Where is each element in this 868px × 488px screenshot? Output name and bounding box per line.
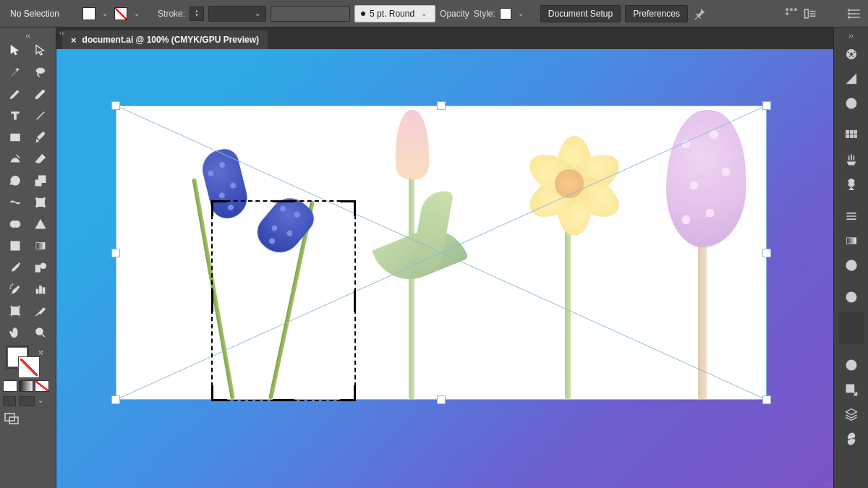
change-screen-mode-icon[interactable]: [3, 412, 20, 425]
fill-swatch[interactable]: [82, 7, 95, 20]
pen-tool[interactable]: [3, 84, 27, 104]
svg-rect-48: [850, 134, 853, 137]
eraser-tool[interactable]: [29, 149, 54, 169]
brush-definition-select[interactable]: [271, 6, 350, 22]
gradient-tool[interactable]: [29, 236, 54, 256]
shaper-tool[interactable]: [3, 149, 27, 169]
transparency-panel-icon[interactable]: [838, 254, 864, 276]
asset-export-panel-icon[interactable]: [838, 379, 864, 401]
svg-rect-27: [36, 289, 38, 294]
type-tool[interactable]: [3, 106, 27, 126]
placed-image[interactable]: [116, 106, 767, 400]
line-segment-tool[interactable]: [29, 106, 54, 126]
placed-image-frame[interactable]: [116, 106, 767, 400]
stroke-swatch[interactable]: [114, 7, 127, 20]
brush-preset-pill[interactable]: 5 pt. Round ⌄: [354, 5, 435, 22]
graphic-style-swatch[interactable]: [500, 8, 511, 20]
close-tab-icon[interactable]: ×: [71, 35, 77, 46]
svg-point-15: [43, 198, 45, 200]
handle-bot-left[interactable]: [111, 395, 120, 404]
preferences-button[interactable]: Preferences: [625, 5, 688, 22]
fill-dropdown-icon[interactable]: ⌄: [100, 9, 110, 17]
slice-tool[interactable]: [29, 301, 54, 321]
chevron-down-icon[interactable]: ⌄: [38, 396, 43, 406]
handle-mid-right[interactable]: [762, 249, 771, 257]
brushes-panel-icon[interactable]: [838, 149, 864, 171]
color-guide-panel-icon[interactable]: [838, 93, 864, 114]
curvature-tool[interactable]: [29, 84, 54, 104]
style-dropdown-icon[interactable]: ⌄: [516, 9, 526, 17]
swatches-panel-icon[interactable]: [838, 124, 864, 146]
draw-mode-none[interactable]: [35, 380, 49, 392]
document-tab[interactable]: × document.ai @ 100% (CMYK/GPU Preview): [62, 30, 268, 49]
rotate-tool[interactable]: [3, 171, 27, 191]
svg-rect-50: [846, 238, 856, 244]
color-panel-icon[interactable]: [838, 68, 864, 90]
column-graph-tool[interactable]: [29, 279, 54, 299]
svg-point-7: [848, 17, 850, 18]
perspective-grid-tool[interactable]: [29, 214, 54, 234]
pin-icon[interactable]: [692, 7, 707, 21]
graphic-styles-panel-icon[interactable]: [838, 312, 864, 344]
stroke-panel-icon[interactable]: [838, 205, 864, 227]
width-tool[interactable]: [3, 192, 27, 213]
properties-panel-icon[interactable]: [838, 43, 864, 65]
zoom-tool[interactable]: [29, 322, 54, 343]
stroke-color-box[interactable]: [19, 357, 39, 377]
stroke-dropdown-icon[interactable]: ⌄: [132, 9, 142, 17]
handle-bot-right[interactable]: [762, 395, 771, 404]
toolbox-collapse-icon[interactable]: ‹‹: [3, 30, 53, 40]
document-setup-button[interactable]: Document Setup: [540, 5, 621, 22]
gradient-panel-icon[interactable]: [838, 230, 864, 252]
svg-point-40: [848, 56, 851, 58]
draw-mode-gradient[interactable]: [19, 380, 33, 392]
draw-mode-solid[interactable]: [3, 380, 17, 392]
control-bar: No Selection ⌄ ⌄ Stroke: ▲▼ ⌄ 5 pt. Roun…: [0, 0, 868, 27]
svg-rect-57: [846, 385, 854, 392]
svg-point-24: [10, 286, 12, 287]
symbol-sprayer-tool[interactable]: [3, 279, 27, 299]
symbols-panel-icon[interactable]: [838, 174, 864, 195]
stroke-label: Stroke:: [158, 9, 185, 19]
rdock-expand-icon[interactable]: ››: [848, 32, 854, 40]
layers-panel-icon[interactable]: [838, 403, 864, 425]
artboard-tool[interactable]: [3, 301, 27, 321]
hand-tool[interactable]: [3, 322, 27, 343]
right-panel-dock: ››: [833, 27, 868, 488]
handle-top-mid[interactable]: [437, 101, 446, 110]
links-panel-icon[interactable]: [838, 428, 864, 450]
tabstrip-expand-icon[interactable]: ‹‹: [56, 29, 67, 37]
paintbrush-tool[interactable]: [29, 127, 54, 147]
lasso-tool[interactable]: [29, 62, 54, 82]
shape-builder-tool[interactable]: [3, 214, 27, 234]
stroke-profile-select[interactable]: ⌄: [208, 6, 266, 22]
magic-wand-tool[interactable]: [3, 62, 27, 82]
svg-point-26: [9, 288, 11, 289]
arrange-icon[interactable]: [803, 7, 817, 21]
rectangle-tool[interactable]: [3, 127, 27, 147]
scale-tool[interactable]: [29, 171, 54, 191]
eyedropper-tool[interactable]: [3, 257, 27, 278]
blend-tool[interactable]: [29, 257, 54, 278]
vertical-scrollbar[interactable]: [823, 49, 833, 488]
swap-fill-stroke-icon[interactable]: ⤭: [38, 348, 43, 356]
appearance-panel-icon[interactable]: [838, 286, 864, 308]
stroke-weight-stepper[interactable]: ▲▼: [190, 7, 204, 21]
direct-selection-tool[interactable]: [29, 40, 54, 61]
mesh-tool[interactable]: [3, 236, 27, 256]
free-transform-tool[interactable]: [29, 192, 54, 213]
selection-tool[interactable]: [3, 40, 27, 61]
handle-top-left[interactable]: [111, 101, 120, 110]
canvas-area[interactable]: [56, 49, 833, 488]
flower-muscari: [182, 132, 312, 399]
handle-mid-left[interactable]: [111, 249, 120, 257]
align-icon[interactable]: [784, 7, 799, 21]
draw-behind-icon[interactable]: [19, 396, 35, 406]
handle-top-right[interactable]: [762, 101, 771, 110]
cc-libraries-panel-icon[interactable]: [838, 354, 864, 376]
fill-stroke-indicator[interactable]: ⤭: [3, 347, 53, 377]
svg-point-8: [36, 68, 45, 74]
list-icon[interactable]: [848, 7, 862, 21]
handle-bot-mid[interactable]: [437, 395, 446, 404]
draw-normal-icon[interactable]: [3, 396, 16, 406]
